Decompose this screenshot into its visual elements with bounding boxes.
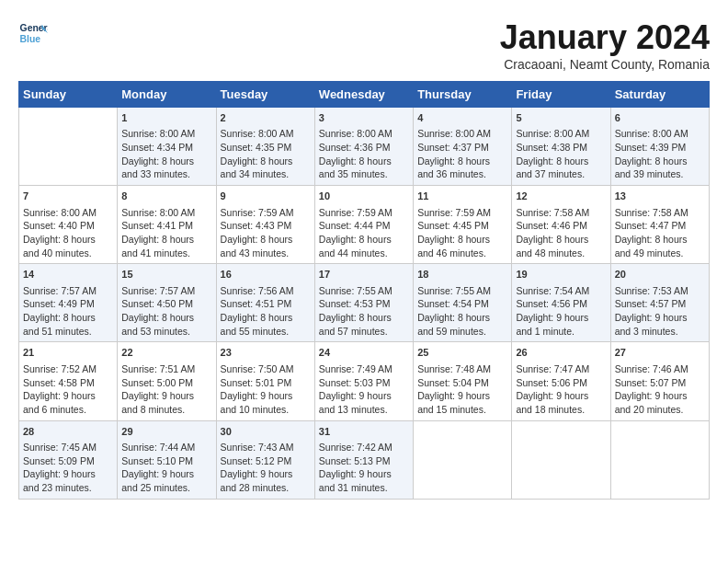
cell-text: Daylight: 9 hours: [221, 467, 311, 481]
cell-text: Sunrise: 7:59 AM: [319, 206, 409, 220]
day-header-tuesday: Tuesday: [216, 82, 314, 108]
logo: General Blue: [18, 18, 48, 48]
cell-text: Sunrise: 7:44 AM: [121, 441, 211, 454]
calendar-cell: 15Sunrise: 7:57 AMSunset: 4:50 PMDayligh…: [118, 264, 216, 342]
cell-text: Sunrise: 7:55 AM: [417, 284, 507, 298]
cell-text: and 49 minutes.: [615, 247, 705, 260]
cell-text: Sunrise: 8:00 AM: [121, 206, 211, 220]
cell-text: Sunset: 5:03 PM: [319, 376, 409, 390]
week-row-5: 28Sunrise: 7:45 AMSunset: 5:09 PMDayligh…: [19, 420, 710, 499]
title-section: January 2024 Cracaoani, Neamt County, Ro…: [500, 18, 710, 72]
cell-text: Daylight: 9 hours: [417, 389, 507, 403]
calendar-cell: 3Sunrise: 8:00 AMSunset: 4:36 PMDaylight…: [314, 108, 413, 186]
cell-text: Daylight: 9 hours: [516, 311, 606, 325]
calendar-cell: 17Sunrise: 7:55 AMSunset: 4:53 PMDayligh…: [314, 264, 413, 342]
cell-text: and 35 minutes.: [319, 167, 409, 181]
day-number: 14: [23, 268, 113, 282]
cell-text: and 28 minutes.: [221, 481, 311, 495]
cell-text: and 43 minutes.: [221, 247, 311, 260]
calendar-cell: 18Sunrise: 7:55 AMSunset: 4:54 PMDayligh…: [414, 264, 512, 342]
week-row-4: 21Sunrise: 7:52 AMSunset: 4:58 PMDayligh…: [19, 342, 710, 420]
day-number: 28: [23, 425, 113, 439]
cell-text: Sunset: 4:43 PM: [221, 219, 311, 233]
cell-text: Sunrise: 8:00 AM: [319, 127, 409, 141]
cell-text: Sunrise: 7:55 AM: [319, 284, 409, 298]
day-number: 7: [23, 190, 113, 203]
cell-text: and 40 minutes.: [23, 247, 113, 260]
cell-text: Sunset: 4:47 PM: [615, 219, 705, 233]
cell-text: Sunset: 4:53 PM: [319, 297, 409, 311]
calendar-cell: 6Sunrise: 8:00 AMSunset: 4:39 PMDaylight…: [610, 108, 709, 186]
day-number: 5: [516, 111, 606, 125]
cell-text: and 55 minutes.: [221, 325, 311, 339]
cell-text: and 20 minutes.: [615, 403, 705, 417]
cell-text: Sunrise: 8:00 AM: [121, 127, 211, 141]
cell-text: Sunrise: 7:56 AM: [221, 284, 311, 298]
cell-text: and 15 minutes.: [417, 403, 507, 417]
cell-text: Sunrise: 7:57 AM: [121, 284, 211, 298]
day-number: 20: [615, 268, 705, 282]
cell-text: Daylight: 9 hours: [319, 389, 409, 403]
cell-text: Daylight: 9 hours: [121, 467, 211, 481]
week-row-2: 7Sunrise: 8:00 AMSunset: 4:40 PMDaylight…: [19, 186, 710, 264]
cell-text: Sunset: 4:54 PM: [417, 297, 507, 311]
day-number: 9: [221, 190, 311, 203]
cell-text: Daylight: 8 hours: [417, 155, 507, 168]
calendar-cell: 2Sunrise: 8:00 AMSunset: 4:35 PMDaylight…: [216, 108, 314, 186]
cell-text: Sunrise: 7:58 AM: [615, 206, 705, 220]
cell-text: Daylight: 8 hours: [121, 155, 211, 168]
day-number: 12: [516, 190, 606, 203]
cell-text: and 57 minutes.: [319, 325, 409, 339]
cell-text: Sunset: 4:57 PM: [615, 297, 705, 311]
cell-text: and 33 minutes.: [121, 167, 211, 181]
cell-text: Daylight: 8 hours: [23, 311, 113, 325]
cell-text: Sunrise: 7:54 AM: [516, 284, 606, 298]
day-number: 1: [121, 111, 211, 125]
calendar-cell: 26Sunrise: 7:47 AMSunset: 5:06 PMDayligh…: [512, 342, 610, 420]
cell-text: Sunrise: 7:42 AM: [319, 441, 409, 454]
day-header-sunday: Sunday: [19, 82, 118, 108]
calendar-cell: 12Sunrise: 7:58 AMSunset: 4:46 PMDayligh…: [512, 186, 610, 264]
calendar-cell: 28Sunrise: 7:45 AMSunset: 5:09 PMDayligh…: [19, 420, 118, 499]
cell-text: Sunrise: 8:00 AM: [615, 127, 705, 141]
cell-text: Daylight: 9 hours: [516, 389, 606, 403]
cell-text: Daylight: 8 hours: [615, 155, 705, 168]
day-header-thursday: Thursday: [414, 82, 512, 108]
cell-text: Sunset: 5:04 PM: [417, 376, 507, 390]
day-number: 4: [417, 111, 507, 125]
cell-text: Sunrise: 7:50 AM: [221, 362, 311, 376]
calendar-cell: 4Sunrise: 8:00 AMSunset: 4:37 PMDaylight…: [414, 108, 512, 186]
calendar-table: SundayMondayTuesdayWednesdayThursdayFrid…: [18, 81, 710, 500]
cell-text: and 18 minutes.: [516, 403, 606, 417]
cell-text: Sunrise: 8:00 AM: [23, 206, 113, 220]
cell-text: Sunrise: 7:53 AM: [615, 284, 705, 298]
calendar-cell: 13Sunrise: 7:58 AMSunset: 4:47 PMDayligh…: [610, 186, 709, 264]
day-number: 22: [121, 346, 211, 360]
cell-text: and 8 minutes.: [121, 403, 211, 417]
cell-text: Daylight: 8 hours: [23, 233, 113, 247]
day-number: 3: [319, 111, 409, 125]
cell-text: Sunrise: 8:00 AM: [516, 127, 606, 141]
cell-text: and 6 minutes.: [23, 403, 113, 417]
cell-text: and 3 minutes.: [615, 325, 705, 339]
cell-text: and 41 minutes.: [121, 247, 211, 260]
cell-text: Sunset: 4:45 PM: [417, 219, 507, 233]
calendar-cell: 30Sunrise: 7:43 AMSunset: 5:12 PMDayligh…: [216, 420, 314, 499]
day-number: 25: [417, 346, 507, 360]
calendar-cell: 10Sunrise: 7:59 AMSunset: 4:44 PMDayligh…: [314, 186, 413, 264]
cell-text: and 23 minutes.: [23, 481, 113, 495]
cell-text: and 53 minutes.: [121, 325, 211, 339]
day-header-monday: Monday: [118, 82, 216, 108]
day-number: 15: [121, 268, 211, 282]
calendar-cell: [610, 420, 709, 499]
cell-text: Daylight: 8 hours: [319, 155, 409, 168]
cell-text: Daylight: 8 hours: [121, 311, 211, 325]
calendar-cell: 24Sunrise: 7:49 AMSunset: 5:03 PMDayligh…: [314, 342, 413, 420]
cell-text: Sunrise: 7:51 AM: [121, 362, 211, 376]
day-number: 13: [615, 190, 705, 203]
cell-text: Daylight: 8 hours: [516, 155, 606, 168]
calendar-cell: 21Sunrise: 7:52 AMSunset: 4:58 PMDayligh…: [19, 342, 118, 420]
day-number: 21: [23, 346, 113, 360]
calendar-cell: 19Sunrise: 7:54 AMSunset: 4:56 PMDayligh…: [512, 264, 610, 342]
cell-text: Daylight: 8 hours: [417, 311, 507, 325]
